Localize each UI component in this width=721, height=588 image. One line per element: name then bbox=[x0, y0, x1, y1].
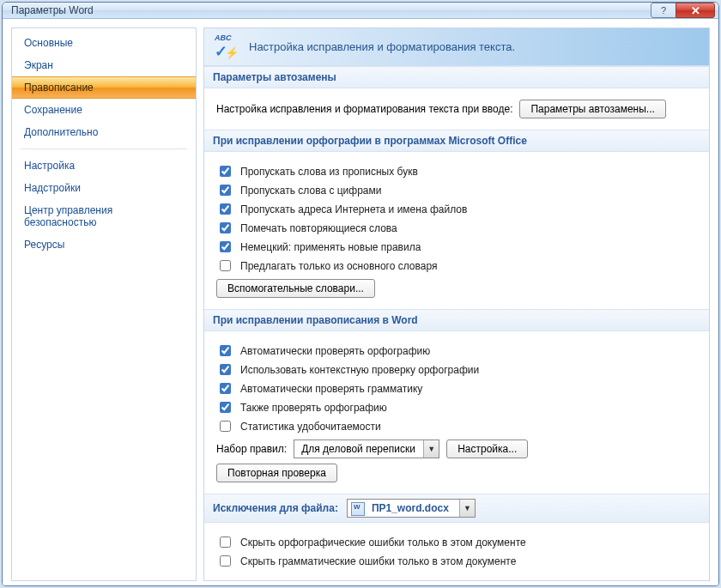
sidebar-item-display[interactable]: Экран bbox=[12, 54, 196, 76]
section-autocorrect-title: Параметры автозамены bbox=[204, 66, 709, 88]
check-german-label: Немецкий: применять новые правила bbox=[240, 241, 421, 253]
exceptions-file-combo[interactable]: ПР1_word.docx ▼ bbox=[347, 499, 476, 518]
close-button[interactable]: ✕ bbox=[676, 3, 715, 18]
check-german[interactable] bbox=[220, 241, 231, 252]
grammar-settings-button[interactable]: Настройка... bbox=[446, 439, 528, 458]
check-urls-label: Пропускать адреса Интернета и имена файл… bbox=[240, 203, 467, 215]
check-uppercase[interactable] bbox=[220, 166, 231, 177]
sidebar-item-trust[interactable]: Центр управления безопасностью bbox=[12, 199, 196, 233]
section-office: Пропускать слова из прописных букв Пропу… bbox=[204, 152, 709, 309]
check-mainonly-label: Предлагать только из основного словаря bbox=[240, 260, 437, 272]
check-readability-label: Статистика удобочитаемости bbox=[240, 421, 381, 433]
sidebar-separator bbox=[21, 149, 187, 149]
check-numbers-label: Пропускать слова с цифрами bbox=[240, 185, 381, 197]
exceptions-label: Исключения для файла: bbox=[213, 502, 338, 514]
check-auto-grammar-label: Автоматически проверять грамматику bbox=[240, 383, 422, 395]
page-banner: ABC ✓ ⚡ Настройка исправления и форматир… bbox=[204, 28, 709, 66]
options-dialog: Параметры Word ? ✕ Основные Экран Правоп… bbox=[2, 2, 719, 586]
proofing-icon: ABC ✓ ⚡ bbox=[215, 35, 239, 59]
section-word-title: При исправлении правописания в Word bbox=[204, 309, 709, 331]
chevron-down-icon: ▼ bbox=[459, 500, 475, 517]
ruleset-combo[interactable]: Для деловой переписки ▼ bbox=[294, 439, 439, 458]
check-hide-spell-label: Скрыть орфографические ошибки только в э… bbox=[240, 536, 526, 549]
chevron-down-icon: ▼ bbox=[423, 440, 439, 458]
sidebar-item-resources[interactable]: Ресурсы bbox=[12, 233, 196, 256]
recheck-button[interactable]: Повторная проверка bbox=[216, 464, 337, 482]
check-auto-grammar[interactable] bbox=[220, 383, 231, 394]
check-repeated-label: Помечать повторяющиеся слова bbox=[240, 222, 397, 234]
category-sidebar: Основные Экран Правописание Сохранение Д… bbox=[11, 27, 197, 581]
content-pane: ABC ✓ ⚡ Настройка исправления и форматир… bbox=[203, 27, 710, 581]
check-hide-grammar[interactable] bbox=[220, 555, 231, 567]
section-exceptions: Скрыть орфографические ошибки только в э… bbox=[204, 523, 709, 580]
sidebar-item-proofing[interactable]: Правописание bbox=[12, 76, 196, 99]
check-urls[interactable] bbox=[220, 203, 231, 215]
check-also-spell[interactable] bbox=[220, 402, 231, 413]
check-uppercase-label: Пропускать слова из прописных букв bbox=[240, 166, 418, 178]
check-auto-spell-label: Автоматически проверять орфографию bbox=[240, 345, 430, 357]
section-exceptions-title: Исключения для файла: ПР1_word.docx ▼ bbox=[204, 494, 709, 523]
window-title: Параметры Word bbox=[11, 4, 651, 16]
section-office-title: При исправлении орфографии в программах … bbox=[204, 130, 709, 152]
word-doc-icon bbox=[351, 502, 365, 516]
titlebar: Параметры Word ? ✕ bbox=[3, 3, 718, 19]
window-controls: ? ✕ bbox=[651, 3, 715, 18]
sidebar-item-customize[interactable]: Настройка bbox=[12, 155, 196, 177]
sidebar-item-advanced[interactable]: Дополнительно bbox=[12, 121, 196, 143]
check-hide-grammar-label: Скрыть грамматические ошибки только в эт… bbox=[240, 555, 516, 567]
ruleset-value: Для деловой переписки bbox=[294, 440, 423, 458]
dialog-body: Основные Экран Правописание Сохранение Д… bbox=[3, 19, 718, 586]
custom-dictionaries-button[interactable]: Вспомогательные словари... bbox=[216, 279, 375, 298]
check-context-spell[interactable] bbox=[220, 364, 231, 375]
check-also-spell-label: Также проверять орфографию bbox=[240, 402, 387, 414]
banner-text: Настройка исправления и форматирования т… bbox=[249, 40, 515, 53]
section-autocorrect: Настройка исправления и форматирования т… bbox=[204, 88, 709, 130]
ruleset-label: Набор правил: bbox=[216, 443, 287, 455]
check-readability[interactable] bbox=[220, 421, 231, 432]
check-context-spell-label: Использовать контекстную проверку орфогр… bbox=[240, 364, 479, 376]
check-auto-spell[interactable] bbox=[220, 345, 231, 356]
check-numbers[interactable] bbox=[220, 185, 231, 196]
check-mainonly[interactable] bbox=[220, 260, 231, 271]
check-hide-spell[interactable] bbox=[220, 536, 231, 548]
section-word: Автоматически проверять орфографию Испол… bbox=[204, 331, 709, 494]
autocorrect-desc: Настройка исправления и форматирования т… bbox=[216, 103, 512, 115]
check-repeated[interactable] bbox=[220, 222, 231, 233]
help-button[interactable]: ? bbox=[651, 3, 676, 18]
autocorrect-options-button[interactable]: Параметры автозамены... bbox=[519, 100, 665, 118]
sidebar-item-save[interactable]: Сохранение bbox=[12, 99, 196, 121]
sidebar-item-general[interactable]: Основные bbox=[12, 32, 196, 54]
exceptions-file-value: ПР1_word.docx bbox=[365, 500, 459, 517]
sidebar-item-addins[interactable]: Надстройки bbox=[12, 177, 196, 199]
